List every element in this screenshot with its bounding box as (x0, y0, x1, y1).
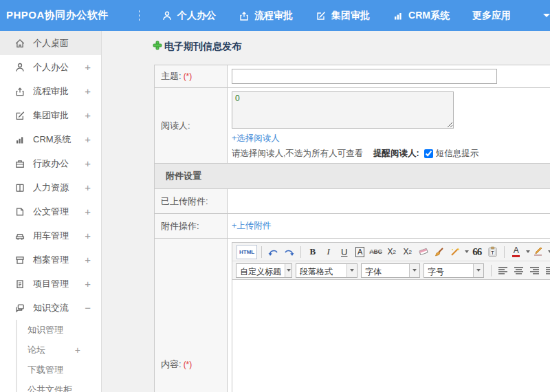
sidebar-subitem-forum[interactable]: 论坛 + (17, 340, 101, 360)
expand-toggle[interactable]: + (85, 254, 91, 265)
expand-toggle[interactable]: + (85, 157, 91, 169)
paste-text-button[interactable]: T (485, 245, 500, 259)
align-left-button[interactable] (496, 263, 510, 278)
expand-toggle[interactable]: + (85, 206, 91, 217)
expand-toggle[interactable]: + (85, 182, 91, 193)
sidebar: 个人桌面 个人办公 + 流程审批 + 集团审批 + CRM系统 + 行政办公 +… (0, 31, 102, 392)
rich-text-editor: HTML B I U A ABC X2 X2 (232, 242, 550, 392)
sidebar-item-label: 公文管理 (33, 206, 69, 218)
sidebar-item-knowledge[interactable]: 知识交流 − (0, 296, 101, 320)
uploaded-attachments-cell (228, 189, 550, 214)
expand-toggle[interactable]: + (85, 85, 91, 97)
sidebar-item-label: 人力资源 (33, 182, 69, 194)
sms-notify-checkbox[interactable] (424, 149, 433, 158)
select-readers-link[interactable]: +选择阅读人 (232, 133, 280, 143)
sidebar-subitem-label: 论坛 (28, 344, 45, 356)
sidebar-subitem-download-mgmt[interactable]: 下载管理 (17, 360, 101, 380)
font-family-select[interactable]: 字体 (361, 263, 420, 278)
readers-hint-text: 请选择阅读人,不选为所有人可查看 (232, 148, 363, 160)
bold-button[interactable]: B (305, 245, 320, 259)
autoformat-wand-button[interactable] (448, 245, 462, 259)
nav-workflow-approval[interactable]: 流程审批 (239, 10, 293, 22)
expand-toggle[interactable]: + (85, 109, 91, 121)
subject-input[interactable] (232, 69, 497, 84)
sidebar-subitem-knowledge-mgmt[interactable]: 知识管理 (17, 320, 101, 340)
sidebar-item-workflow[interactable]: 流程审批 + (0, 79, 101, 103)
readers-row: 阅读人: 0 +选择阅读人 请选择阅读人,不选为所有人可查看 提醒阅读人: 短信… (155, 88, 550, 164)
nav-personal-office[interactable]: 个人办公 (162, 10, 216, 22)
sidebar-item-project-mgmt[interactable]: 项目管理 + (0, 272, 101, 296)
sidebar-item-label: CRM系统 (33, 133, 72, 146)
expand-toggle[interactable]: + (75, 345, 80, 356)
align-right-button[interactable] (527, 263, 542, 278)
readers-textarea[interactable]: 0 (232, 91, 454, 129)
add-icon (153, 41, 162, 53)
font-color-button[interactable]: A (509, 245, 523, 259)
attachment-actions-row: 附件操作: +上传附件 (155, 214, 550, 239)
collapse-toggle[interactable]: − (85, 302, 91, 314)
content-row: 内容:(*) HTML B I U A ABC (155, 239, 550, 392)
sidebar-item-admin-office[interactable]: 行政办公 + (0, 151, 101, 175)
editor-content-area[interactable] (232, 280, 550, 392)
eraser-button[interactable] (416, 245, 430, 259)
expand-toggle[interactable]: + (85, 230, 91, 241)
sidebar-item-crm[interactable]: CRM系统 + (0, 127, 101, 151)
sidebar-item-label: 知识交流 (33, 302, 69, 314)
upload-attachment-link[interactable]: +上传附件 (232, 221, 271, 230)
content-label: 内容: (161, 359, 182, 369)
sidebar-subitem-label: 知识管理 (28, 324, 63, 336)
nav-more-apps[interactable]: 更多应用 (472, 10, 511, 22)
nav-label: 流程审批 (254, 10, 293, 22)
expand-toggle[interactable]: + (85, 278, 91, 290)
menu-toggle-icon[interactable] (139, 10, 140, 21)
superscript-button[interactable]: X2 (384, 245, 399, 259)
sidebar-item-label: 流程审批 (33, 85, 69, 98)
wand-dropdown-icon[interactable] (465, 250, 469, 253)
sidebar-item-personal-office[interactable]: 个人办公 + (0, 55, 101, 79)
paragraph-format-select[interactable]: 段落格式 (296, 263, 358, 278)
sidebar-submenu-knowledge: 知识管理 论坛 + 下载管理 公共文件柜 (16, 320, 101, 392)
highlight-marker-button[interactable] (531, 245, 545, 259)
expand-toggle[interactable]: + (85, 61, 91, 73)
sidebar-item-archive-mgmt[interactable]: 档案管理 + (0, 248, 101, 272)
sidebar-item-hr[interactable]: 人力资源 + (0, 175, 101, 199)
font-size-select[interactable]: 字号 (424, 263, 484, 278)
italic-button[interactable]: I (321, 245, 336, 259)
sidebar-item-label: 行政办公 (33, 157, 69, 170)
html-source-button[interactable]: HTML (236, 245, 257, 259)
sidebar-subitem-public-cabinet[interactable]: 公共文件柜 (17, 380, 101, 392)
required-mark: (*) (184, 360, 192, 369)
redo-button[interactable] (282, 245, 296, 259)
nav-group-approval[interactable]: 集团审批 (316, 10, 370, 22)
format-brush-button[interactable] (432, 245, 446, 259)
sidebar-item-document-mgmt[interactable]: 公文管理 + (0, 199, 101, 224)
align-center-button[interactable] (512, 263, 526, 278)
subscript-button[interactable]: X2 (400, 245, 415, 259)
person-icon (162, 10, 173, 21)
nav-label: CRM系统 (408, 10, 450, 22)
edit-square-icon (316, 10, 327, 21)
underline-button[interactable]: U (337, 245, 351, 259)
font-color-dropdown-icon[interactable] (526, 250, 530, 253)
undo-button[interactable] (266, 245, 280, 259)
nav-crm[interactable]: CRM系统 (393, 10, 450, 22)
character-border-button[interactable]: A (353, 245, 367, 259)
attachment-section-title: 附件设置 (155, 164, 550, 189)
align-justify-button[interactable] (543, 263, 550, 278)
readers-label-cell: 阅读人: (155, 88, 228, 164)
strikethrough-button[interactable]: ABC (368, 245, 383, 259)
expand-toggle[interactable]: + (85, 133, 91, 145)
content-label-cell: 内容:(*) (155, 239, 228, 392)
readers-label: 阅读人: (161, 120, 190, 131)
sidebar-item-desktop[interactable]: 个人桌面 (0, 31, 101, 55)
uploaded-label-cell: 已上传附件: (155, 189, 228, 214)
attachment-section-row: 附件设置 (155, 164, 550, 189)
blockquote-button[interactable]: 66 (470, 245, 484, 259)
sidebar-item-label: 个人桌面 (33, 37, 69, 50)
sidebar-item-vehicle-mgmt[interactable]: 用车管理 + (0, 224, 101, 248)
custom-heading-select[interactable]: 自定义标题 (236, 263, 292, 278)
sidebar-item-group-approval[interactable]: 集团审批 + (0, 103, 101, 127)
chevron-down-icon[interactable] (543, 14, 550, 17)
sidebar-item-label: 用车管理 (33, 230, 69, 242)
svg-text:T: T (492, 250, 495, 255)
